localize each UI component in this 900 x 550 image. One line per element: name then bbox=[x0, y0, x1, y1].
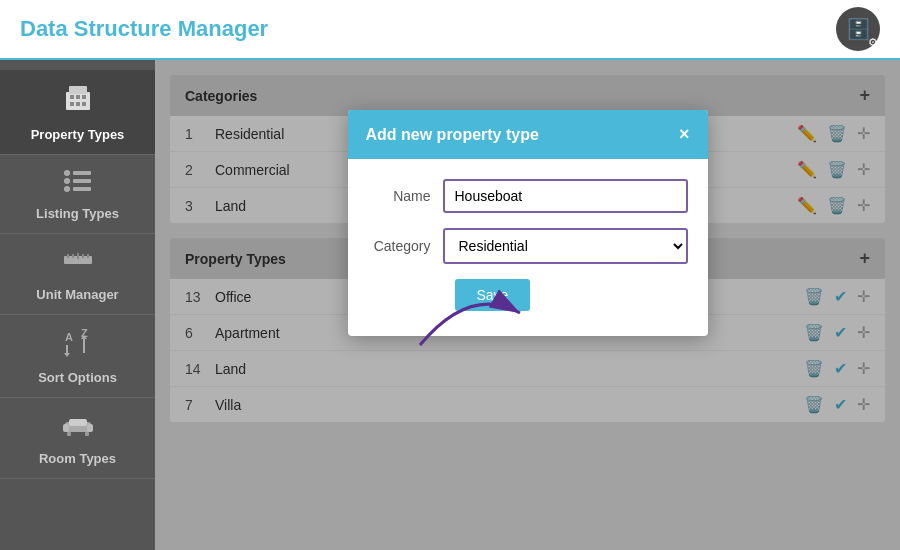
modal-body: Name Category Residential Commercial Lan… bbox=[348, 159, 708, 336]
svg-rect-31 bbox=[85, 432, 89, 436]
category-label: Category bbox=[368, 238, 443, 254]
category-form-row: Category Residential Commercial Land bbox=[368, 228, 688, 264]
svg-rect-1 bbox=[69, 86, 87, 94]
sidebar-label-property-types: Property Types bbox=[31, 127, 125, 142]
svg-rect-17 bbox=[77, 253, 79, 259]
svg-rect-27 bbox=[69, 419, 87, 426]
svg-rect-9 bbox=[73, 171, 91, 175]
sidebar-item-room-types[interactable]: Room Types bbox=[0, 398, 155, 479]
sort-icon: A Z bbox=[62, 327, 94, 364]
ruler-icon bbox=[62, 246, 94, 281]
svg-rect-5 bbox=[70, 102, 74, 106]
sidebar-item-sort-options[interactable]: A Z Sort Options bbox=[0, 315, 155, 398]
sidebar-item-listing-types[interactable]: Listing Types bbox=[0, 155, 155, 234]
sidebar-label-sort-options: Sort Options bbox=[38, 370, 117, 385]
couch-icon bbox=[61, 410, 95, 445]
svg-marker-23 bbox=[64, 353, 70, 357]
svg-rect-16 bbox=[72, 254, 74, 258]
svg-rect-13 bbox=[73, 187, 91, 191]
svg-rect-11 bbox=[73, 179, 91, 183]
content-area: Categories + 1 Residential ✏️ 🗑️ ✛ 2 Com… bbox=[155, 60, 900, 550]
modal-title: Add new property type bbox=[366, 126, 539, 144]
modal-overlay[interactable]: Add new property type × Name Category Re… bbox=[155, 60, 900, 550]
list-icon bbox=[63, 167, 93, 200]
svg-text:A: A bbox=[65, 331, 73, 343]
svg-rect-2 bbox=[70, 95, 74, 99]
sidebar-label-room-types: Room Types bbox=[39, 451, 116, 466]
sidebar-item-unit-manager[interactable]: Unit Manager bbox=[0, 234, 155, 315]
sidebar-label-unit-manager: Unit Manager bbox=[36, 287, 118, 302]
name-label: Name bbox=[368, 188, 443, 204]
building-icon bbox=[62, 82, 94, 121]
svg-point-12 bbox=[64, 186, 70, 192]
svg-point-8 bbox=[64, 170, 70, 176]
app-title: Data Structure Manager bbox=[20, 16, 268, 42]
sidebar: Property Types Listing Types bbox=[0, 60, 155, 550]
sidebar-item-property-types[interactable]: Property Types bbox=[0, 70, 155, 155]
add-property-type-modal: Add new property type × Name Category Re… bbox=[348, 110, 708, 336]
svg-rect-6 bbox=[76, 102, 80, 106]
svg-rect-29 bbox=[87, 424, 93, 432]
svg-rect-28 bbox=[63, 424, 69, 432]
svg-rect-18 bbox=[82, 254, 84, 258]
main-layout: Property Types Listing Types bbox=[0, 60, 900, 550]
sidebar-label-listing-types: Listing Types bbox=[36, 206, 119, 221]
header-icon: 🗄️ ⚙ bbox=[836, 7, 880, 51]
gear-icon: ⚙ bbox=[868, 36, 878, 49]
name-input[interactable] bbox=[443, 179, 688, 213]
name-form-row: Name bbox=[368, 179, 688, 213]
modal-close-button[interactable]: × bbox=[679, 124, 690, 145]
svg-rect-0 bbox=[66, 92, 90, 110]
category-select[interactable]: Residential Commercial Land bbox=[443, 228, 688, 264]
svg-rect-7 bbox=[82, 102, 86, 106]
svg-point-10 bbox=[64, 178, 70, 184]
svg-rect-3 bbox=[76, 95, 80, 99]
svg-rect-4 bbox=[82, 95, 86, 99]
save-button[interactable]: Save bbox=[455, 279, 531, 311]
svg-rect-19 bbox=[87, 254, 89, 258]
modal-header: Add new property type × bbox=[348, 110, 708, 159]
svg-rect-15 bbox=[67, 254, 69, 258]
svg-rect-30 bbox=[67, 432, 71, 436]
header: Data Structure Manager 🗄️ ⚙ bbox=[0, 0, 900, 60]
